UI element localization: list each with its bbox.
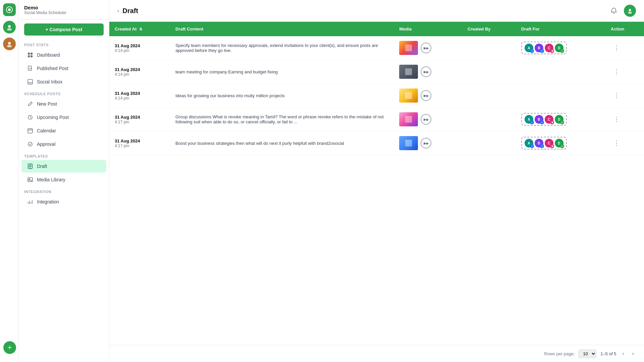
svg-rect-22 xyxy=(405,92,412,99)
pagination-prev-button[interactable]: ‹ xyxy=(620,349,626,358)
header-right xyxy=(608,5,636,17)
social-platform-badge: ◑ xyxy=(550,144,554,148)
pagination-range: 1–5 of 5 xyxy=(600,351,616,356)
sidebar-item-dashboard[interactable]: Dashboard xyxy=(21,49,106,61)
rows-per-page-select[interactable]: 10 5 25 50 xyxy=(579,350,596,358)
created-time: 4:14 pm xyxy=(115,48,165,53)
brand-subtitle: Social Media Scheduler xyxy=(24,10,104,15)
header-left: ‹ Draft xyxy=(117,7,138,15)
social-platform-badge: ◑ xyxy=(550,49,554,53)
sidebar-item-social-inbox[interactable]: Social Inbox xyxy=(21,75,106,88)
play-media-button[interactable]: ▶ xyxy=(421,138,431,148)
file-check-icon xyxy=(27,65,34,72)
clock-icon xyxy=(27,114,34,121)
pagination-next-button[interactable]: › xyxy=(630,349,636,358)
cell-action: ⋮ xyxy=(605,84,644,108)
main-header: ‹ Draft xyxy=(109,0,644,22)
created-date: 31 Aug 2024 xyxy=(115,43,165,48)
social-platform-badge: f xyxy=(540,120,544,124)
cell-media: ▶ xyxy=(394,84,462,108)
col-header-draft-for: Draft For xyxy=(516,22,605,36)
action-menu-button[interactable]: ⋮ xyxy=(611,138,622,148)
svg-rect-13 xyxy=(28,129,33,133)
action-menu-button[interactable]: ⋮ xyxy=(611,67,622,77)
created-date: 31 Aug 2024 xyxy=(115,138,165,143)
sidebar-item-media-library[interactable]: Media Library xyxy=(21,173,106,186)
created-time: 4:17 pm xyxy=(115,143,165,148)
sidebar-item-label-published: Published Post xyxy=(37,66,68,71)
social-platform-badge: ◑ xyxy=(550,120,554,124)
sidebar: Demo Social Media Scheduler + Compose Po… xyxy=(19,0,109,362)
sidebar-item-new-post[interactable]: New Post xyxy=(21,98,106,110)
svg-point-3 xyxy=(7,28,12,31)
fab-add-button[interactable]: + xyxy=(3,341,16,354)
compose-post-button[interactable]: + Compose Post xyxy=(24,23,104,36)
approval-icon xyxy=(27,141,34,147)
main-content: ‹ Draft Created At ⇅ Draft Conten xyxy=(109,0,644,362)
play-media-button[interactable]: ▶ xyxy=(421,90,431,101)
cell-draft-for: AfBfC◑D+ xyxy=(516,36,605,60)
notification-button[interactable] xyxy=(608,5,620,17)
social-avatar: Bf xyxy=(535,44,543,52)
section-label-schedule-posts: SCHEDULE POSTS xyxy=(19,88,109,97)
sidebar-item-calendar[interactable]: Calendar xyxy=(21,124,106,137)
social-avatar: Bf xyxy=(535,115,543,124)
action-menu-button[interactable]: ⋮ xyxy=(611,114,622,124)
table-row: 31 Aug 20244:14 pmteam meeting for compa… xyxy=(109,60,644,84)
cell-draft-for: AfBfC◑D+ xyxy=(516,131,605,155)
user-avatar-rail[interactable] xyxy=(3,38,16,50)
cell-draft-content: Ideas for growing our business into mult… xyxy=(170,84,394,108)
cell-media: ▶ xyxy=(394,131,462,155)
svg-point-2 xyxy=(8,25,11,28)
social-platform-badge: f xyxy=(530,144,534,148)
pagination: Rows per page: 10 5 25 50 1–5 of 5 ‹ › xyxy=(109,345,644,362)
social-avatar: C◑ xyxy=(545,115,553,124)
user-avatar-header[interactable] xyxy=(624,5,636,17)
workspace-avatar[interactable] xyxy=(3,21,16,34)
cell-created-at: 31 Aug 20244:17 pm xyxy=(109,108,170,131)
draft-table-container: Created At ⇅ Draft Content Media Created… xyxy=(109,22,644,345)
cell-created-by xyxy=(462,60,516,84)
play-media-button[interactable]: ▶ xyxy=(421,43,431,53)
draft-for-avatars: AfBfC◑D+ xyxy=(521,113,567,126)
social-avatar: Af xyxy=(525,139,533,147)
media-thumbnail xyxy=(399,41,418,55)
social-avatar: Af xyxy=(525,44,533,52)
sidebar-item-upcoming-post[interactable]: Upcoming Post xyxy=(21,111,106,124)
social-platform-badge: + xyxy=(560,49,564,53)
cell-created-by xyxy=(462,84,516,108)
draft-for-avatars: AfBfC◑D+ xyxy=(521,137,567,149)
cell-draft-content: Group discussions What is revoke meaning… xyxy=(170,108,394,131)
social-avatar: Bf xyxy=(535,139,543,147)
app-logo xyxy=(3,3,16,16)
cell-created-at: 31 Aug 20244:14 pm xyxy=(109,60,170,84)
sidebar-item-label-approval: Approval xyxy=(37,141,55,147)
collapse-sidebar-button[interactable]: ‹ xyxy=(117,8,119,14)
sidebar-item-approval[interactable]: Approval xyxy=(21,138,106,150)
cell-draft-content: team meeting for company Earning and bud… xyxy=(170,60,394,84)
created-date: 31 Aug 2024 xyxy=(115,67,165,72)
col-header-action: Action xyxy=(605,22,644,36)
svg-rect-6 xyxy=(28,53,30,55)
cell-media: ▶ xyxy=(394,36,462,60)
social-avatar: D+ xyxy=(555,44,564,52)
section-label-templates: TEMPLATES xyxy=(19,151,109,160)
play-media-button[interactable]: ▶ xyxy=(421,114,431,125)
action-menu-button[interactable]: ⋮ xyxy=(611,43,622,53)
social-platform-badge: f xyxy=(540,49,544,53)
table-row: 31 Aug 20244:14 pmIdeas for growing our … xyxy=(109,84,644,108)
cell-media: ▶ xyxy=(394,60,462,84)
created-time: 4:14 pm xyxy=(115,96,165,101)
sidebar-item-published-post[interactable]: Published Post xyxy=(21,62,106,75)
cell-action: ⋮ xyxy=(605,108,644,131)
sidebar-item-integration[interactable]: Integration xyxy=(21,195,106,208)
sidebar-item-draft[interactable]: Draft xyxy=(21,160,106,173)
col-header-draft-content: Draft Content xyxy=(170,22,394,36)
play-media-button[interactable]: ▶ xyxy=(421,66,431,77)
action-menu-button[interactable]: ⋮ xyxy=(611,90,622,101)
cell-created-at: 31 Aug 20244:17 pm xyxy=(109,131,170,155)
cell-created-by xyxy=(462,108,516,131)
svg-rect-24 xyxy=(405,140,412,146)
sidebar-item-label-social-inbox: Social Inbox xyxy=(37,79,62,84)
col-header-created-at[interactable]: Created At ⇅ xyxy=(109,22,170,36)
